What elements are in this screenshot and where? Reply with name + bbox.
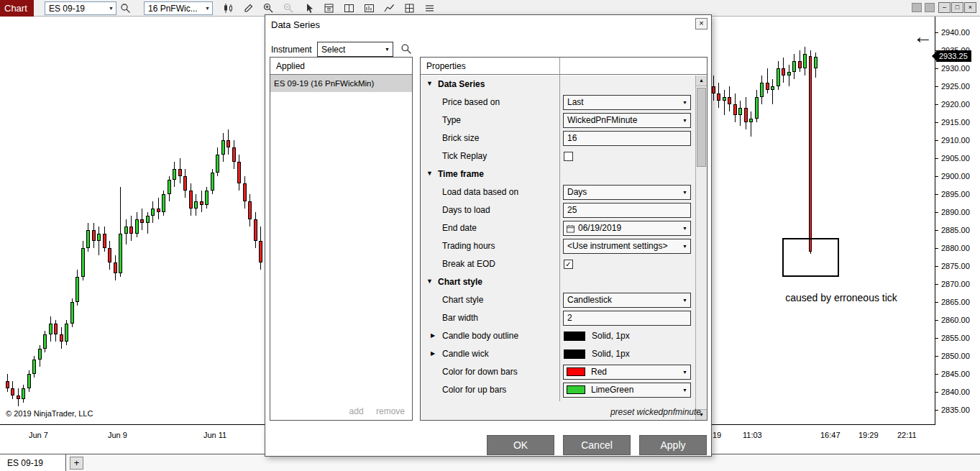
candle-wick-style[interactable]: Solid, 1px (563, 347, 691, 362)
chevron-down-icon: ▼ (682, 190, 687, 195)
instrument-search-icon[interactable] (400, 43, 413, 56)
arrow-annotation[interactable]: ← (913, 26, 933, 48)
chart-style-dropdown[interactable]: Candlestick▼ (563, 293, 691, 308)
scroll-up-icon[interactable]: ▲ (696, 76, 707, 86)
type-dropdown[interactable]: WickedPnFMinute▼ (563, 113, 691, 128)
remove-link[interactable]: remove (376, 406, 405, 416)
candle-body (140, 219, 144, 223)
pointer-icon[interactable] (301, 2, 316, 14)
instrument-label: Instrument (271, 45, 312, 55)
candle-body (232, 147, 236, 162)
property-row-tick-replay: Tick Replay (421, 147, 695, 165)
apply-button[interactable]: Apply (639, 435, 707, 455)
ok-button[interactable]: OK (487, 435, 554, 455)
candle-body (237, 162, 241, 183)
chart-menu-button[interactable]: Chart (0, 0, 34, 17)
properties-scrollbar[interactable]: ▲ ▼ (695, 76, 707, 420)
candle-body (809, 56, 812, 252)
property-row-trading-hours: Trading hours<Use instrument settings>▼ (421, 237, 695, 255)
instrument-dropdown[interactable]: ES 09-19 ▼ (45, 1, 116, 15)
chevron-down-icon: ▼ (682, 244, 687, 249)
property-row-bar-width: Bar width2 (421, 309, 695, 327)
price-axis-label: 2900.00 (941, 172, 970, 180)
candle-body (43, 334, 47, 349)
trading-hours-dropdown[interactable]: <Use instrument settings>▼ (563, 239, 691, 254)
price-axis-tick (935, 176, 938, 177)
color-for-up-bars-dropdown[interactable]: LimeGreen▼ (563, 383, 691, 398)
checkbox-checked-icon[interactable]: ✓ (564, 260, 573, 269)
candle-body (744, 108, 748, 122)
price-based-on-dropdown[interactable]: Last▼ (563, 95, 691, 110)
applied-series-item[interactable]: ES 09-19 (16 PnFWickMin) (270, 75, 412, 92)
candle-body (92, 230, 96, 241)
last-price-marker: 2933.25 (936, 50, 971, 62)
add-link[interactable]: add (349, 406, 364, 416)
property-row-type: TypeWickedPnFMinute▼ (421, 111, 695, 129)
indicator-panel-icon[interactable] (361, 2, 377, 14)
close-button[interactable]: × (964, 2, 976, 13)
panel-layout-icon[interactable] (341, 2, 357, 14)
section-title: Time frame (438, 169, 484, 179)
data-box-icon[interactable] (321, 2, 336, 14)
candle-body (124, 227, 128, 234)
price-axis-tick (935, 86, 938, 87)
ninjatrader-chart-window: Chart ES 09-19 ▼ 16 PnFWic... ▼ (0, 0, 980, 471)
candlestick-chart-icon[interactable] (220, 2, 236, 14)
candle-body-outline-style[interactable]: Solid, 1px (563, 329, 691, 344)
candle-body (86, 230, 90, 248)
candle-body (205, 191, 209, 205)
end-date-picker[interactable]: 06/19/2019▼ (563, 221, 691, 236)
brick-size-input[interactable]: 16 (563, 131, 691, 146)
chevron-collapsed-icon[interactable]: ▶ (431, 332, 435, 339)
search-icon[interactable] (117, 2, 133, 14)
scrollbar-thumb[interactable] (697, 88, 706, 167)
candle-body (32, 360, 36, 374)
break-at-eod-checkbox[interactable]: ✓ (563, 257, 691, 272)
zoom-in-icon[interactable] (260, 2, 276, 14)
minimize-button[interactable]: – (938, 2, 951, 13)
price-axis-label: 2930.00 (941, 64, 970, 73)
price-axis-label: 2920.00 (941, 100, 970, 109)
maximize-button[interactable]: □ (951, 2, 963, 13)
tab-es-09-19[interactable]: ES 09-19 (0, 454, 66, 471)
window-dock-icon[interactable] (912, 3, 922, 12)
section-data-series[interactable]: ▼Data Series (421, 76, 695, 93)
chevron-down-icon: ▼ (682, 226, 687, 231)
checkbox-unchecked-icon[interactable] (564, 152, 573, 161)
window-dock-icon[interactable] (925, 3, 935, 12)
time-axis-label: 19 (713, 431, 721, 439)
section-time-frame[interactable]: ▼Time frame (421, 165, 695, 183)
property-label: Price based on (442, 97, 500, 107)
candle-body (22, 388, 25, 399)
chevron-down-icon: ▼ (682, 100, 687, 105)
days-to-load-input[interactable]: 25 (563, 203, 691, 218)
chevron-down-icon: ▼ (682, 388, 687, 393)
time-axis-label: Jun 11 (203, 431, 226, 439)
candle-body (211, 173, 214, 191)
log-icon[interactable] (421, 2, 437, 14)
candle-wick (99, 227, 99, 255)
property-row-brick-size: Brick size16 (421, 129, 695, 147)
bar-width-input[interactable]: 2 (563, 311, 691, 326)
series-dropdown[interactable]: 16 PnFWic... ▼ (144, 1, 213, 15)
text-annotation[interactable]: caused by erroneous tick (778, 292, 905, 303)
cancel-button[interactable]: Cancel (563, 435, 631, 455)
chevron-collapsed-icon[interactable]: ▶ (431, 350, 435, 357)
tick-replay-checkbox[interactable] (563, 149, 691, 164)
dialog-close-button[interactable]: × (695, 18, 707, 29)
add-tab-button[interactable]: + (70, 457, 83, 470)
line-chart-icon[interactable] (381, 2, 397, 14)
color-for-down-bars-dropdown[interactable]: Red▼ (563, 365, 691, 380)
section-chart-style[interactable]: ▼Chart style (421, 273, 695, 291)
preset-label[interactable]: preset wickedpnfminute (610, 407, 701, 417)
properties-header: Properties (421, 58, 707, 75)
load-data-based-on-dropdown[interactable]: Days▼ (563, 185, 691, 200)
drawing-tools-icon[interactable] (240, 2, 256, 14)
zoom-out-icon[interactable] (280, 2, 296, 14)
instrument-select-dropdown[interactable]: Select ▼ (317, 42, 393, 57)
grid-icon[interactable] (401, 2, 417, 14)
rectangle-annotation[interactable] (782, 238, 839, 277)
price-axis-label: 2895.00 (941, 190, 970, 198)
candle-body (151, 209, 155, 216)
property-label: Days to load (442, 205, 490, 215)
